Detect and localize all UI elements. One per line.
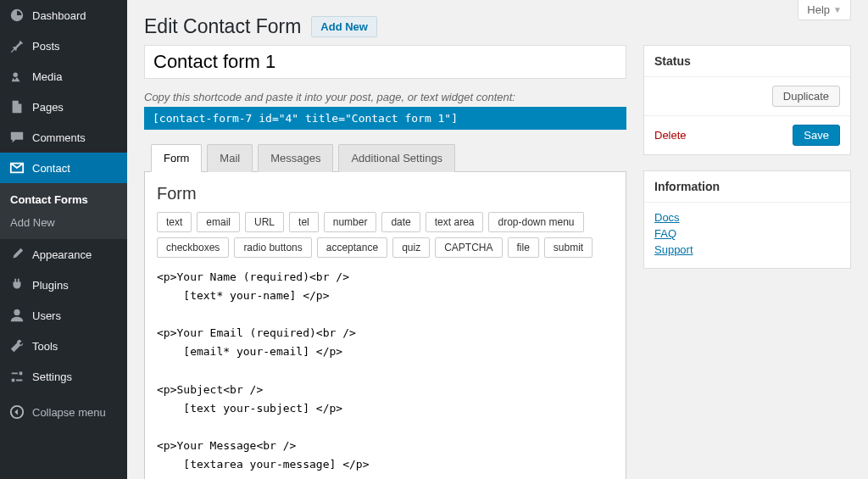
tag-radio[interactable]: radio buttons	[234, 237, 311, 258]
svg-point-1	[14, 309, 19, 315]
delete-link[interactable]: Delete	[654, 129, 687, 142]
pin-icon	[8, 37, 25, 54]
sidebar-item-label: Contact	[32, 162, 70, 175]
tag-url[interactable]: URL	[245, 212, 284, 232]
shortcode-display[interactable]: [contact-form-7 id="4" title="Contact fo…	[144, 107, 626, 130]
duplicate-button[interactable]: Duplicate	[772, 86, 840, 107]
tag-number[interactable]: number	[324, 212, 377, 232]
tag-file[interactable]: file	[508, 237, 539, 258]
brush-icon	[8, 246, 25, 263]
tag-quiz[interactable]: quiz	[392, 237, 430, 258]
info-link-faq[interactable]: FAQ	[654, 227, 840, 240]
sidebar-item-label: Comments	[32, 131, 86, 144]
collapse-menu-button[interactable]: Collapse menu	[0, 397, 127, 427]
sidebar-submenu-contact: Contact Forms Add New	[0, 183, 127, 239]
information-heading: Information	[644, 171, 850, 203]
sidebar-item-dashboard[interactable]: Dashboard	[0, 0, 127, 31]
comments-icon	[8, 129, 25, 146]
tag-dropdown[interactable]: drop-down menu	[488, 212, 583, 232]
tag-tel[interactable]: tel	[289, 212, 319, 232]
sidebar-item-appearance[interactable]: Appearance	[0, 239, 127, 270]
tab-mail[interactable]: Mail	[207, 144, 253, 172]
help-tab[interactable]: Help ▼	[798, 0, 851, 20]
sidebar-subitem-add-new[interactable]: Add New	[0, 211, 127, 234]
sidebar-item-label: Tools	[32, 340, 58, 353]
collapse-menu-label: Collapse menu	[32, 406, 106, 419]
form-title-input[interactable]	[144, 45, 626, 79]
status-box: Status Duplicate Delete Save	[643, 45, 851, 155]
tag-generator-list: text email URL tel number date text area…	[157, 212, 614, 258]
tag-submit[interactable]: submit	[544, 237, 593, 258]
sidebar-item-pages[interactable]: Pages	[0, 92, 127, 122]
sidebar-subitem-contact-forms[interactable]: Contact Forms	[0, 188, 127, 211]
tab-form[interactable]: Form	[151, 144, 202, 172]
info-link-docs[interactable]: Docs	[654, 211, 840, 224]
sidebar-item-label: Media	[32, 70, 62, 83]
form-code-editor[interactable]	[157, 268, 614, 479]
sidebar-item-label: Appearance	[32, 248, 92, 261]
right-column: Status Duplicate Delete Save Information…	[643, 45, 851, 269]
sidebar-item-comments[interactable]: Comments	[0, 122, 127, 153]
admin-sidebar: Dashboard Posts Media Pages Comments Con…	[0, 0, 127, 479]
tag-acceptance[interactable]: acceptance	[317, 237, 387, 258]
sidebar-item-label: Posts	[32, 40, 60, 53]
sidebar-item-settings[interactable]: Settings	[0, 361, 127, 392]
left-column: Copy this shortcode and paste it into yo…	[144, 45, 626, 479]
sidebar-item-label: Plugins	[32, 279, 69, 292]
tag-email[interactable]: email	[197, 212, 240, 232]
sidebar-item-label: Settings	[32, 370, 72, 383]
tag-textarea[interactable]: text area	[426, 212, 484, 232]
status-heading: Status	[644, 46, 850, 77]
wrench-icon	[8, 337, 25, 354]
form-panel-heading: Form	[157, 184, 614, 203]
collapse-icon	[8, 404, 25, 421]
page-title: Edit Contact Form	[144, 15, 301, 38]
tag-date[interactable]: date	[381, 212, 420, 232]
sidebar-item-media[interactable]: Media	[0, 61, 127, 92]
save-button[interactable]: Save	[793, 125, 840, 146]
tab-messages[interactable]: Messages	[258, 144, 333, 172]
tag-text[interactable]: text	[157, 212, 192, 232]
tab-additional-settings[interactable]: Additional Settings	[338, 144, 455, 172]
information-box: Information Docs FAQ Support	[643, 170, 851, 269]
dashboard-icon	[8, 7, 25, 24]
plug-icon	[8, 276, 25, 293]
add-new-button[interactable]: Add New	[311, 16, 377, 37]
form-panel: Form text email URL tel number date text…	[144, 172, 626, 479]
page-title-row: Edit Contact Form Add New	[144, 0, 851, 45]
sidebar-item-users[interactable]: Users	[0, 300, 127, 331]
tag-checkboxes[interactable]: checkboxes	[157, 237, 229, 258]
help-label: Help	[807, 3, 830, 16]
sidebar-item-label: Users	[32, 309, 61, 322]
main-content: Help ▼ Edit Contact Form Add New Copy th…	[127, 0, 868, 479]
shortcode-instruction: Copy this shortcode and paste it into yo…	[144, 91, 626, 103]
sidebar-item-label: Pages	[32, 101, 64, 114]
mail-icon	[8, 159, 25, 176]
tag-captcha[interactable]: CAPTCHA	[435, 237, 502, 258]
user-icon	[8, 307, 25, 324]
media-icon	[8, 68, 25, 85]
tab-bar: Form Mail Messages Additional Settings	[144, 143, 626, 172]
pages-icon	[8, 98, 25, 115]
sidebar-item-plugins[interactable]: Plugins	[0, 270, 127, 300]
chevron-down-icon: ▼	[833, 5, 842, 14]
sidebar-item-label: Dashboard	[32, 9, 86, 22]
sidebar-item-tools[interactable]: Tools	[0, 331, 127, 361]
info-link-support[interactable]: Support	[654, 243, 840, 256]
sidebar-item-posts[interactable]: Posts	[0, 31, 127, 61]
sidebar-item-contact[interactable]: Contact	[0, 153, 127, 183]
sliders-icon	[8, 368, 25, 385]
svg-point-0	[14, 73, 18, 77]
